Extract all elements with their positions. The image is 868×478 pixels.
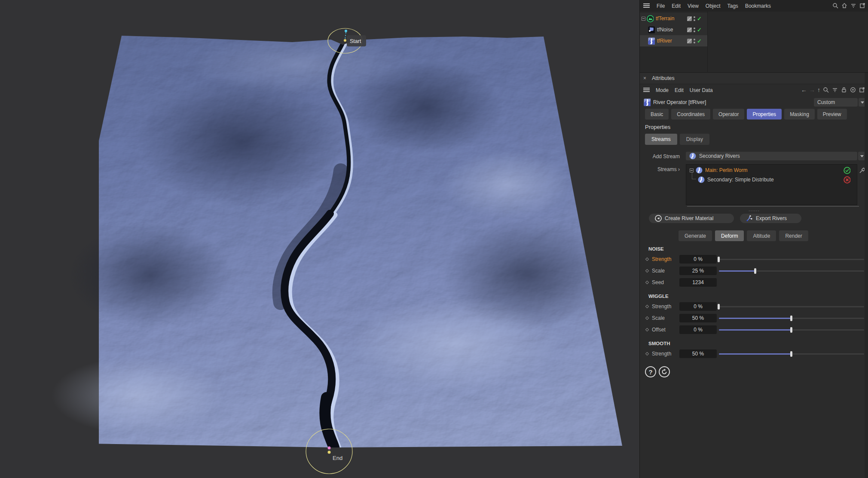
start-handle-top-icon[interactable] (345, 30, 347, 32)
panel-splitter[interactable]: ······ (640, 209, 868, 212)
object-row-tfriver[interactable]: tfRiver ✓ (640, 35, 707, 46)
add-stream-dropdown[interactable]: Secondary Rivers (686, 152, 857, 160)
visibility-dots-icon[interactable] (694, 28, 695, 32)
menu-view[interactable]: View (688, 3, 699, 9)
keyframe-diamond-icon[interactable] (645, 269, 649, 273)
end-handle-top-icon[interactable] (328, 447, 331, 450)
layer-toggle-icon[interactable] (687, 16, 692, 21)
tab-preview[interactable]: Preview (817, 109, 847, 120)
filter-icon[interactable] (831, 86, 838, 93)
param-value-field[interactable]: 1234 (679, 278, 717, 287)
object-name[interactable]: tfTerrain (656, 15, 674, 21)
tab-coordinates[interactable]: Coordinates (671, 109, 710, 120)
slider-handle[interactable] (754, 268, 756, 274)
end-handle-icon[interactable] (328, 451, 331, 454)
param-value-field[interactable]: 50 % (679, 314, 717, 322)
viewport-3d[interactable]: Start End (0, 0, 639, 478)
filter-icon[interactable] (850, 2, 857, 9)
terrain-mesh[interactable] (52, 17, 639, 464)
param-slider[interactable] (719, 306, 864, 307)
start-handle-icon[interactable] (344, 39, 346, 42)
attr-menu-edit[interactable]: Edit (675, 87, 684, 93)
stream-enabled-icon[interactable] (844, 167, 850, 174)
menu-bookmarks[interactable]: Bookmarks (745, 3, 771, 9)
help-icon[interactable]: ? (645, 366, 656, 377)
slider-handle[interactable] (718, 304, 720, 309)
param-slider[interactable] (719, 318, 864, 319)
enabled-check-icon[interactable]: ✓ (697, 38, 702, 44)
export-rivers-button[interactable]: Export Rivers (740, 214, 801, 223)
tab-properties[interactable]: Properties (747, 109, 782, 120)
visibility-dots-icon[interactable] (694, 16, 695, 21)
enabled-check-icon[interactable]: ✓ (697, 27, 702, 33)
menu-icon[interactable] (643, 3, 650, 8)
param-value-field[interactable]: 0 % (679, 302, 717, 311)
streams-hscrollbar[interactable] (687, 206, 859, 207)
slider-handle[interactable] (790, 351, 792, 357)
collapse-icon[interactable] (690, 169, 694, 172)
keyframe-diamond-icon[interactable] (645, 281, 649, 284)
attr-menu-mode[interactable]: Mode (656, 87, 669, 93)
tab-masking[interactable]: Masking (784, 109, 815, 120)
keyframe-diamond-icon[interactable] (645, 257, 649, 261)
param-value-field[interactable]: 50 % (679, 349, 717, 358)
scrollbar-gutter[interactable] (865, 73, 868, 478)
expander-icon[interactable]: › (678, 166, 680, 172)
param-value-field[interactable]: 25 % (679, 267, 717, 275)
subtab-streams[interactable]: Streams (645, 134, 677, 145)
popout-icon[interactable] (859, 2, 866, 9)
keyframe-diamond-icon[interactable] (645, 305, 649, 308)
layer-toggle-icon[interactable] (687, 28, 692, 32)
object-row-tfnoise[interactable]: tfNoise ✓ (640, 24, 707, 35)
stream-row-main[interactable]: Main: Perlin Worm (686, 165, 857, 175)
param-slider[interactable] (719, 353, 864, 355)
layer-toggle-icon[interactable] (687, 39, 692, 43)
visibility-dots-icon[interactable] (694, 39, 695, 43)
enabled-check-icon[interactable]: ✓ (697, 15, 702, 22)
preset-dropdown[interactable]: Custom (814, 98, 858, 107)
menu-edit[interactable]: Edit (672, 3, 681, 9)
keyframe-diamond-icon[interactable] (645, 316, 649, 320)
create-river-material-button[interactable]: Create River Material (649, 214, 734, 223)
stream-row-secondary[interactable]: Secondary: Simple Distribute (686, 175, 857, 184)
param-value-field[interactable]: 0 % (679, 255, 717, 264)
home-icon[interactable] (841, 2, 848, 9)
slider-handle[interactable] (790, 316, 792, 321)
param-value-field[interactable]: 0 % (679, 325, 717, 334)
mode-deform-button[interactable]: Deform (715, 230, 744, 241)
param-slider[interactable] (719, 329, 864, 331)
stream-name[interactable]: Main: Perlin Worm (705, 167, 747, 173)
menu-icon[interactable] (643, 88, 650, 92)
reset-icon[interactable] (659, 366, 670, 377)
mode-generate-button[interactable]: Generate (679, 230, 712, 241)
lock-icon[interactable] (840, 86, 847, 93)
menu-file[interactable]: File (657, 3, 665, 9)
mode-altitude-button[interactable]: Altitude (747, 230, 776, 241)
up-arrow-icon[interactable]: ↑ (817, 86, 820, 93)
keyframe-diamond-icon[interactable] (645, 352, 649, 355)
record-icon[interactable] (850, 86, 856, 93)
menu-tags[interactable]: Tags (727, 3, 738, 9)
search-icon[interactable] (832, 2, 839, 9)
stream-disabled-icon[interactable] (844, 176, 850, 183)
search-icon[interactable] (822, 86, 829, 93)
tab-basic[interactable]: Basic (645, 109, 669, 120)
tab-operator[interactable]: Operator (713, 109, 744, 120)
object-name[interactable]: tfNoise (657, 27, 673, 33)
param-slider[interactable] (719, 259, 864, 260)
slider-handle[interactable] (718, 257, 720, 262)
forward-arrow-icon[interactable]: → (809, 86, 815, 93)
param-slider[interactable] (719, 270, 864, 272)
menu-object[interactable]: Object (706, 3, 721, 9)
keyframe-diamond-icon[interactable] (645, 328, 649, 331)
slider-handle[interactable] (790, 327, 792, 333)
subtab-display[interactable]: Display (680, 134, 709, 145)
object-name[interactable]: tfRiver (657, 38, 672, 44)
close-icon[interactable]: × (643, 75, 646, 81)
collapse-icon[interactable] (642, 17, 645, 21)
mode-render-button[interactable]: Render (779, 230, 808, 241)
attr-menu-userdata[interactable]: User Data (690, 87, 713, 93)
back-arrow-icon[interactable]: ← (801, 86, 807, 93)
object-row-tfterrain[interactable]: tfTerrain ✓ (640, 13, 707, 24)
stream-name[interactable]: Secondary: Simple Distribute (707, 177, 774, 183)
